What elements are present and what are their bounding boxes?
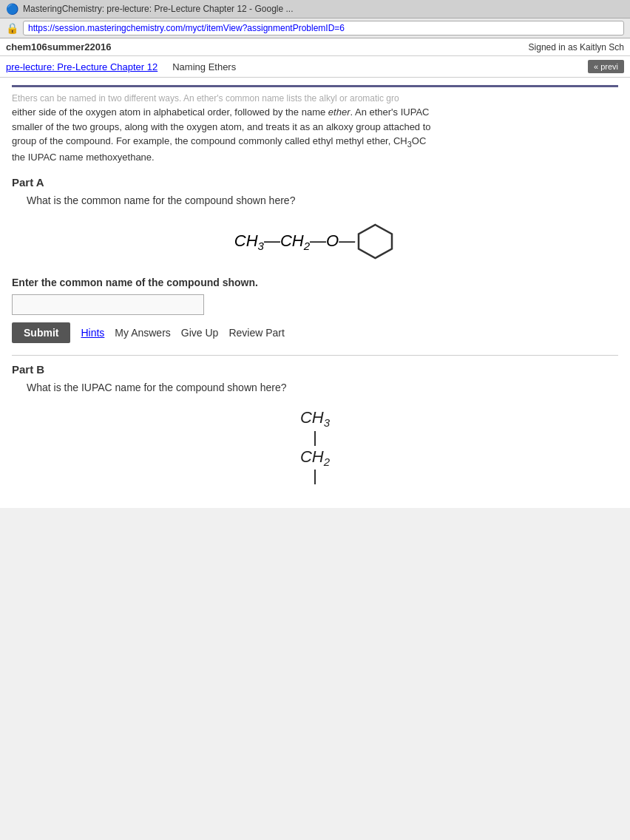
part-b-section: Part B What is the IUPAC name for the co… — [12, 363, 618, 486]
url-input[interactable]: https://session.masteringchemistry.com/m… — [23, 21, 624, 35]
breadcrumb-link[interactable]: pre-lecture: Pre-Lecture Chapter 12 — [6, 61, 158, 72]
chem-b-ch2: CH2 — [300, 447, 330, 468]
tab-title: MasteringChemistry: pre-lecture: Pre-Lec… — [23, 4, 293, 14]
breadcrumb-bar: pre-lecture: Pre-Lecture Chapter 12 Nami… — [0, 56, 630, 78]
action-bar: Submit Hints My Answers Give Up Review P… — [12, 322, 618, 343]
site-name: chem106summer22016 — [6, 41, 111, 52]
chem-b-bond2 — [314, 470, 316, 484]
browser-tab-bar: 🔵 MasteringChemistry: pre-lecture: Pre-L… — [0, 0, 630, 18]
part-a-label: Part A — [12, 176, 618, 189]
review-part-text[interactable]: Review Part — [228, 327, 284, 339]
answer-input[interactable] — [12, 294, 204, 315]
intro-line5: the IUPAC name methoxyethane. — [12, 150, 618, 165]
intro-text: Ethers can be named in two different way… — [12, 85, 618, 164]
chem-b-ch3: CH3 — [300, 408, 330, 429]
part-b-diagram: CH3 CH2 — [12, 408, 618, 486]
prev-button[interactable]: « previ — [588, 60, 624, 73]
hexagon-svg — [355, 221, 396, 262]
chem-bond1: —CH2—O— — [264, 231, 355, 252]
main-content: Ethers can be named in two different way… — [0, 78, 630, 508]
intro-line3: smaller of the two groups, along with th… — [12, 120, 618, 135]
intro-line1: Ethers can be named in two different way… — [12, 92, 618, 105]
hints-link[interactable]: Hints — [81, 327, 104, 339]
submit-button[interactable]: Submit — [12, 322, 70, 343]
chem-ch3: CH3 — [234, 231, 264, 252]
tab-favicon: 🔵 — [6, 3, 18, 15]
intro-line4: group of the compound. For example, the … — [12, 134, 618, 150]
intro-line2: either side of the oxygen atom in alphab… — [12, 105, 618, 120]
part-b-question: What is the IUPAC name for the compound … — [27, 382, 618, 393]
page-icon: 🔒 — [6, 22, 18, 34]
enter-label: Enter the common name of the compound sh… — [12, 277, 618, 288]
section-divider — [12, 355, 618, 356]
part-a-section: Part A What is the common name for the c… — [12, 176, 618, 343]
my-answers-text[interactable]: My Answers — [115, 327, 170, 339]
url-bar-row: 🔒 https://session.masteringchemistry.com… — [0, 18, 630, 38]
part-b-label: Part B — [12, 363, 618, 376]
signed-in-label: Signed in as Kaitlyn Sch — [529, 42, 624, 52]
site-header: chem106summer22016 Signed in as Kaitlyn … — [0, 38, 630, 56]
svg-marker-0 — [359, 225, 392, 258]
breadcrumb-current: Naming Ethers — [172, 61, 236, 72]
part-b-chem-vertical: CH3 CH2 — [300, 408, 330, 486]
chem-b-bond1 — [314, 431, 316, 446]
part-a-question: What is the common name for the compound… — [27, 194, 618, 206]
give-up-text[interactable]: Give Up — [181, 327, 219, 339]
part-a-diagram: CH3 —CH2—O— — [12, 221, 618, 262]
